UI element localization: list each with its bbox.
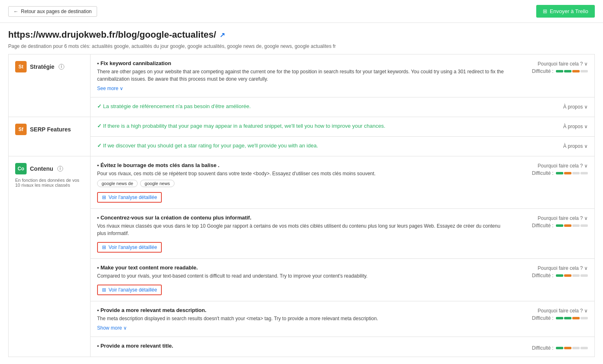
item-content: • Provide a more relevant title.	[97, 343, 508, 350]
difficulty-bar	[556, 70, 563, 72]
badge-icon-contenu: Co	[15, 163, 27, 174]
difficulte-text: Difficulté :	[532, 273, 553, 278]
difficulty-bar	[580, 224, 588, 227]
section-label-strategie: StStratégiei	[9, 54, 91, 117]
pourquoi-link[interactable]: Pourquoi faire cela ? ∨	[514, 265, 588, 271]
pourquoi-link[interactable]: Pourquoi faire cela ? ∨	[514, 308, 588, 314]
section-title-strategie: Stratégie	[30, 63, 54, 70]
difficulty-bar	[572, 347, 580, 349]
section-subtitle-contenu: En fonction des données de vos 10 rivaux…	[15, 178, 84, 188]
pourquoi-link[interactable]: Pourquoi faire cela ? ∨	[514, 163, 588, 169]
item-row: ✓ La stratégie de référencement n'a pas …	[91, 97, 594, 117]
section-label-serp-features: SfSERP Features	[9, 117, 91, 156]
page-header: https://www.drujokweb.fr/blog/google-act…	[0, 23, 603, 42]
difficulty-bar	[572, 172, 580, 174]
difficulty-bar	[572, 317, 580, 319]
item-title: • Provide a more relevant meta descripti…	[97, 307, 508, 313]
item-content: • Évitez le bourrage de mots clés dans l…	[97, 162, 508, 203]
apropos-link[interactable]: À propos ∨	[514, 143, 588, 149]
item-row: • Fix keyword cannibalizationThere are o…	[91, 54, 594, 97]
difficulty-bars	[556, 347, 588, 349]
difficulty-bars	[556, 224, 588, 227]
difficulte-label: Difficulté :	[514, 345, 588, 351]
envoyer-trello-button[interactable]: ⊞ Envoyer à Trello	[536, 5, 595, 18]
difficulte-label: Difficulté :	[514, 315, 588, 321]
item-content: ✓ La stratégie de référencement n'a pas …	[97, 103, 508, 111]
item-right: Pourquoi faire cela ? ∨Difficulté :	[514, 307, 588, 321]
item-desc: Vos rivaux mieux classés que vous dans l…	[97, 222, 508, 237]
difficulty-bar	[580, 317, 588, 319]
difficulty-bar	[556, 172, 563, 174]
table-icon: ⊞	[102, 244, 106, 250]
difficulty-bars	[556, 274, 588, 277]
item-desc: Pour vos rivaux, ces mots clé se répèten…	[97, 170, 508, 177]
section-badge-contenu: CoContenui	[15, 163, 84, 174]
see-more-link[interactable]: Show more ∨	[97, 325, 127, 331]
section-items-contenu: • Évitez le bourrage de mots clés dans l…	[91, 156, 594, 357]
section-contenu: CoContenuiEn fonction des données de vos…	[8, 156, 595, 357]
difficulty-bar	[580, 347, 588, 349]
difficulte-text: Difficulté :	[532, 170, 553, 176]
item-content: ✓ If we discover that you should get a s…	[97, 142, 508, 150]
difficulty-bar	[580, 70, 588, 72]
section-items-serp-features: ✓ If there is a high probability that yo…	[91, 117, 594, 156]
item-tags: google news degoogle news	[97, 180, 508, 187]
badge-icon-strategie: St	[15, 61, 27, 72]
page-url-title: https://www.drujokweb.fr/blog/google-act…	[8, 29, 595, 40]
difficulty-bars	[556, 70, 588, 72]
item-right: À propos ∨	[514, 142, 588, 149]
apropos-link[interactable]: À propos ∨	[514, 104, 588, 110]
difficulty-bar	[564, 70, 571, 72]
difficulte-label: Difficulté :	[514, 273, 588, 278]
item-row: • Provide a more relevant meta descripti…	[91, 301, 594, 337]
item-title: • Fix keyword cannibalization	[97, 60, 508, 66]
item-desc: The meta description displayed in search…	[97, 315, 508, 322]
external-link-icon[interactable]: ↗	[220, 31, 225, 39]
pourquoi-link[interactable]: Pourquoi faire cela ? ∨	[514, 215, 588, 221]
difficulte-text: Difficulté :	[532, 68, 553, 74]
voir-analyse-button[interactable]: ⊞ Voir l'analyse détaillée	[97, 192, 162, 203]
back-arrow-icon: ←	[14, 9, 18, 14]
tag: google news de	[97, 180, 138, 187]
item-right: Pourquoi faire cela ? ∨Difficulté :	[514, 215, 588, 228]
table-icon: ⊞	[102, 194, 106, 200]
item-right: À propos ∨	[514, 103, 588, 110]
apropos-link[interactable]: À propos ∨	[514, 124, 588, 129]
item-content: • Fix keyword cannibalizationThere are o…	[97, 60, 508, 91]
info-icon-strategie[interactable]: i	[59, 64, 64, 70]
back-label: Retour aux pages de destination	[21, 9, 92, 14]
see-more-link[interactable]: See more ∨	[97, 86, 123, 91]
item-content: • Make your text content more readable.C…	[97, 265, 508, 295]
main-content: StStratégiei• Fix keyword cannibalizatio…	[0, 54, 603, 357]
envoyer-label: Envoyer à Trello	[550, 8, 588, 14]
item-desc: Compared to your rivals, your text-based…	[97, 272, 508, 280]
item-row: ✓ If we discover that you should get a s…	[91, 137, 594, 156]
voir-analyse-button[interactable]: ⊞ Voir l'analyse détaillée	[97, 242, 162, 253]
difficulty-bar	[564, 317, 571, 319]
tag: google news	[140, 180, 175, 187]
back-button[interactable]: ← Retour aux pages de destination	[8, 6, 97, 17]
difficulte-label: Difficulté :	[514, 68, 588, 74]
info-icon-contenu[interactable]: i	[57, 166, 63, 172]
item-title: ✓ If there is a high probability that yo…	[97, 123, 508, 129]
difficulte-text: Difficulté :	[532, 223, 553, 228]
item-title: • Make your text content more readable.	[97, 265, 508, 271]
difficulte-label: Difficulté :	[514, 223, 588, 228]
difficulty-bar	[556, 274, 563, 277]
badge-icon-serp-features: Sf	[15, 124, 27, 135]
voir-analyse-button[interactable]: ⊞ Voir l'analyse détaillée	[97, 285, 162, 295]
difficulty-bars	[556, 317, 588, 319]
item-right: À propos ∨	[514, 123, 588, 129]
item-row: • Provide a more relevant title.Difficul…	[91, 337, 594, 357]
difficulty-bar	[580, 274, 588, 277]
item-right: Pourquoi faire cela ? ∨Difficulté :	[514, 162, 588, 176]
difficulte-text: Difficulté :	[532, 345, 553, 351]
trello-icon: ⊞	[543, 8, 547, 14]
section-badge-serp-features: SfSERP Features	[15, 124, 84, 135]
pourquoi-link[interactable]: Pourquoi faire cela ? ∨	[514, 61, 588, 67]
item-right: Pourquoi faire cela ? ∨Difficulté :	[514, 60, 588, 74]
page-subtitle: Page de destination pour 6 mots clés: ac…	[0, 42, 603, 54]
item-desc: There are other pages on your website th…	[97, 68, 508, 83]
difficulty-bars	[556, 172, 588, 174]
section-title-serp-features: SERP Features	[30, 126, 71, 133]
